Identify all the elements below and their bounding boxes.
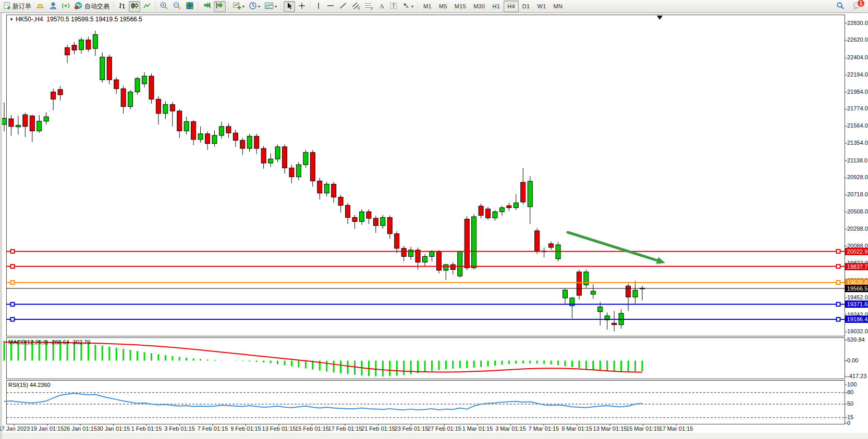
- gold-ingot-button[interactable]: [34, 1, 46, 12]
- candle-body: [226, 127, 231, 133]
- search-icon: [836, 2, 845, 11]
- candle-body: [338, 197, 343, 206]
- level-line-handle[interactable]: [11, 265, 15, 268]
- chevron-down-icon[interactable]: ▾: [242, 4, 244, 9]
- macd-axis-label: -417.23: [847, 373, 866, 379]
- timeframe-m15-button[interactable]: M15: [451, 1, 470, 12]
- candle-body: [219, 127, 224, 135]
- candle-body: [577, 272, 581, 295]
- level-line-handle[interactable]: [11, 303, 15, 306]
- candle-body: [177, 111, 182, 131]
- timeframe-m1-button[interactable]: M1: [420, 1, 435, 12]
- channel-button[interactable]: E: [350, 1, 362, 12]
- text-label-button[interactable]: T: [388, 1, 399, 12]
- level-line-handle[interactable]: [11, 281, 15, 284]
- line-chart-button[interactable]: [141, 1, 153, 12]
- chart-canvas[interactable]: [2, 13, 868, 439]
- timeframe-d1-button[interactable]: D1: [519, 1, 534, 12]
- zoom-in-button[interactable]: [158, 1, 170, 12]
- crosshair-button[interactable]: [296, 1, 308, 12]
- indicators-button[interactable]: ▾: [231, 1, 246, 12]
- arrows-button[interactable]: ▾: [400, 1, 415, 12]
- rsi-axis-label: 50: [847, 400, 853, 407]
- trendline-button[interactable]: [337, 1, 349, 12]
- price-axis-label: 20718.0: [847, 191, 868, 197]
- candle-body: [479, 206, 483, 216]
- svg-text:T: T: [392, 3, 395, 8]
- vertical-line-icon: [315, 2, 322, 11]
- line-chart-icon: [143, 2, 151, 11]
- chevron-down-icon[interactable]: ▾: [275, 4, 277, 9]
- level-line-handle[interactable]: [837, 318, 840, 321]
- price-axis-label: 21984.0: [847, 89, 868, 95]
- text-button[interactable]: A: [376, 1, 387, 12]
- chevron-down-icon[interactable]: ▾: [258, 4, 260, 9]
- autotrading-button[interactable]: 自动交易: [72, 1, 111, 12]
- timeframe-h4-button[interactable]: H4: [504, 1, 519, 12]
- candle-body: [93, 35, 97, 49]
- auto-scroll-button[interactable]: [201, 1, 213, 12]
- vertical-line-button[interactable]: [313, 1, 324, 12]
- chevron-down-icon[interactable]: ▾: [411, 4, 413, 9]
- horizontal-line-button[interactable]: [325, 1, 336, 12]
- price-tag-19186.4: 19186.4: [845, 316, 868, 323]
- text-icon: A: [378, 2, 385, 11]
- fibonacci-button[interactable]: F: [363, 1, 375, 12]
- notifications-button[interactable]: 1: [851, 1, 863, 12]
- level-line-handle[interactable]: [837, 265, 840, 268]
- chart-symbol-header[interactable]: ▼HK50-,H4 19570.5 19599.5 19419.5 19566.…: [9, 16, 142, 23]
- timeframe-w1-button[interactable]: W1: [533, 1, 549, 12]
- tile-windows-icon: [186, 2, 194, 11]
- price-axis-label: 21774.0: [847, 105, 868, 111]
- chart-shift-button[interactable]: [214, 1, 226, 12]
- candle-body: [387, 218, 392, 234]
- new-order-button-label: 新订单: [13, 2, 31, 11]
- rsi-axis-label: 80: [847, 389, 853, 395]
- candle-body: [37, 121, 42, 131]
- candle-body: [142, 76, 147, 84]
- search-button[interactable]: [835, 1, 846, 12]
- candle-body: [436, 252, 441, 270]
- candle-body: [16, 126, 20, 127]
- candle-body: [149, 76, 154, 99]
- periods-button[interactable]: ▾: [247, 1, 262, 12]
- candle-body: [100, 57, 105, 80]
- candle-body: [612, 323, 617, 324]
- candle-body: [198, 134, 203, 140]
- timeframe-h1-button[interactable]: H1: [488, 1, 504, 12]
- timeframe-m30-button[interactable]: M30: [470, 1, 488, 12]
- price-axis-label: 21138.0: [847, 157, 867, 164]
- panel-border-1: [7, 338, 845, 379]
- candle-body: [332, 184, 336, 197]
- candle-body: [121, 89, 126, 106]
- candle-body: [486, 209, 491, 218]
- candle-body: [289, 168, 294, 177]
- candle-body: [58, 90, 63, 95]
- macd-axis-label: 0.00: [847, 357, 858, 363]
- signal-button[interactable]: [60, 1, 71, 12]
- macd-axis-label: 539.84: [847, 336, 865, 343]
- candle-body: [633, 290, 638, 297]
- candle-body: [381, 218, 385, 226]
- candle-body: [233, 133, 238, 140]
- candlestick-chart-button[interactable]: [129, 1, 140, 12]
- level-line-handle[interactable]: [837, 281, 840, 284]
- price-axis-label: 19032.0: [847, 328, 868, 334]
- new-order-button[interactable]: 新订单: [2, 1, 33, 12]
- level-line-handle[interactable]: [11, 318, 15, 321]
- candle-body: [423, 257, 427, 262]
- tile-windows-button[interactable]: [184, 1, 195, 12]
- candle-body: [79, 40, 83, 50]
- bar-chart-button[interactable]: [116, 1, 128, 12]
- templates-button[interactable]: ▾: [263, 1, 278, 12]
- timeframe-mn-button[interactable]: MN: [550, 1, 567, 12]
- cursor-button[interactable]: [284, 1, 295, 12]
- level-line-handle[interactable]: [11, 249, 15, 253]
- candle-body: [86, 40, 91, 49]
- toolbar-separator: [417, 2, 419, 11]
- level-line-handle[interactable]: [837, 303, 840, 306]
- trader-button[interactable]: [47, 1, 59, 12]
- timeframe-m5-button[interactable]: M5: [435, 1, 451, 12]
- level-line-handle[interactable]: [837, 249, 840, 253]
- zoom-out-button[interactable]: [171, 1, 183, 12]
